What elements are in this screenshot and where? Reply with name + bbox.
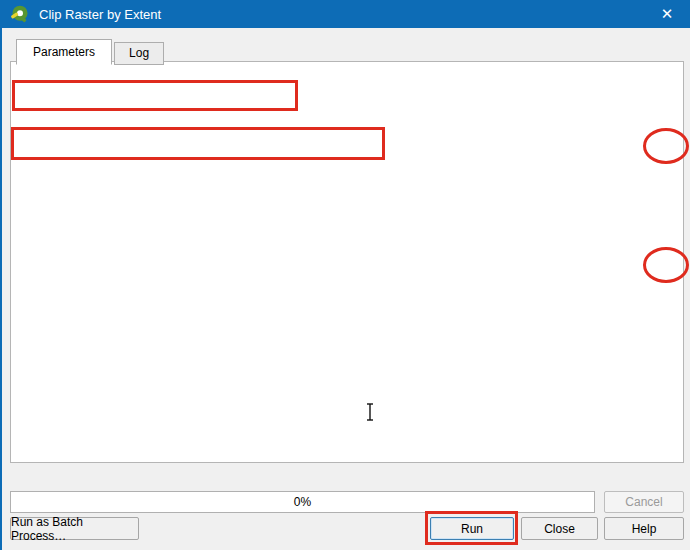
window-title: Clip Raster by Extent — [39, 7, 161, 22]
help-button[interactable]: Help — [604, 517, 684, 540]
run-as-batch-button[interactable]: Run as Batch Process… — [10, 517, 139, 540]
close-icon[interactable]: ✕ — [644, 0, 690, 28]
parameters-pane — [10, 61, 684, 463]
qgis-logo-icon — [10, 4, 30, 24]
progress-text: 0% — [294, 495, 311, 509]
tab-parameters[interactable]: Parameters — [16, 39, 112, 65]
run-button[interactable]: Run — [430, 517, 514, 540]
title-bar: Clip Raster by Extent ✕ — [2, 0, 690, 28]
clip-raster-dialog: Clip Raster by Extent ✕ Parameters Log I… — [0, 0, 690, 550]
close-button[interactable]: Close — [521, 517, 598, 540]
tab-log[interactable]: Log — [114, 42, 164, 65]
progress-bar: 0% — [10, 491, 595, 513]
cancel-button: Cancel — [604, 491, 684, 513]
tab-bar: Parameters Log — [16, 39, 166, 65]
